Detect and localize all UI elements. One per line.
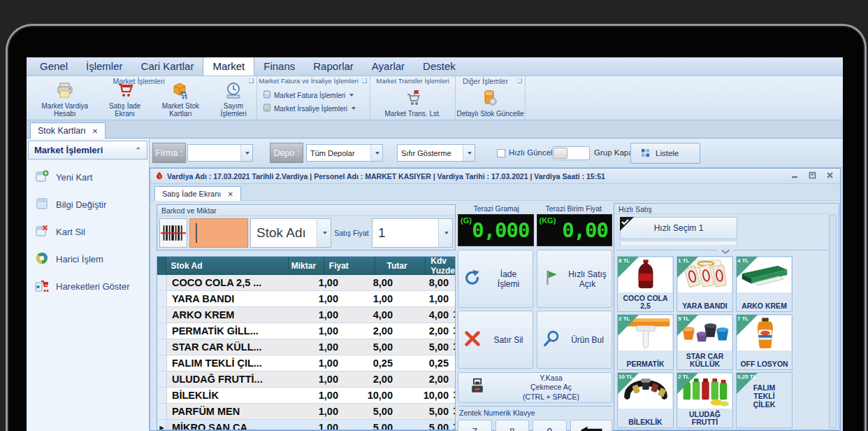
maximize-icon[interactable]: [808, 171, 817, 181]
minimize-icon[interactable]: [790, 171, 800, 181]
sidebar-item-kart-sil[interactable]: Kart Sil: [27, 218, 149, 246]
button-i-ade-i-lemi[interactable]: İade İşlemi: [458, 250, 533, 308]
ribbon-button-market-stok-kartlar[interactable]: Market Stok Kartları: [151, 81, 210, 118]
close-icon[interactable]: [825, 171, 834, 181]
hizli-guncelle-checkbox[interactable]: [497, 149, 505, 157]
tab-stok-kartlari[interactable]: Stok Kartları ✕: [30, 122, 106, 139]
numpad-key-9[interactable]: 9: [533, 420, 567, 431]
kasa-cekmece-button[interactable]: Y.Kasa Çekmece Aç (CTRL + SPACE): [458, 372, 612, 403]
price-label: 4 TL: [737, 257, 748, 264]
tab-satis-iade-ekrani[interactable]: Satış İade Ekranı ✕: [154, 186, 241, 201]
table-row[interactable]: PERMATİK GİLL...1,002,002,001: [157, 323, 455, 339]
hizli-secim-button[interactable]: Hızlı Seçim 1: [620, 217, 737, 239]
table-row[interactable]: COCO COLA 2,5 ...1,008,008,00: [157, 275, 455, 291]
sidebar-item-bilgi-de-i-tir[interactable]: Bilgi Değiştir: [27, 191, 149, 218]
sidebar-item-hareketleri-g-ster[interactable]: Hareketleri Göster: [27, 273, 149, 300]
firma-combo[interactable]: [187, 144, 253, 162]
dialog-launcher-icon[interactable]: [362, 78, 367, 83]
numpad-backspace-key[interactable]: [570, 420, 612, 431]
barcode-input[interactable]: [189, 218, 248, 248]
product-tile-bi-lekli-k[interactable]: 10 TLBİLEKLİK: [617, 372, 674, 428]
satis-fiyat-input[interactable]: 1: [372, 218, 453, 248]
column-header-stok-ad[interactable]: Stok Ad: [166, 257, 289, 275]
price-label: 2 TL: [619, 316, 630, 322]
row-selector[interactable]: [157, 307, 167, 323]
column-header-fiyat[interactable]: Fiyat: [324, 257, 375, 275]
menu-destek[interactable]: Destek: [414, 57, 465, 76]
grup-kapali-toggle[interactable]: [552, 146, 590, 160]
ribbon-group-caption: Diğer İşlemler: [456, 77, 515, 85]
table-row[interactable]: BİLEKLİK1,0010,0010,001: [157, 388, 455, 404]
cell-stok-ad: ULUDAĞ FRUTTİ...: [167, 374, 304, 385]
row-selector[interactable]: [157, 372, 167, 387]
button-sat-r-sil[interactable]: Satır Sil: [458, 311, 533, 369]
cell-fiyat: 2,00: [343, 325, 399, 337]
table-row[interactable]: FALIM TEKLİ ÇIL...1,000,250,25: [157, 355, 455, 372]
ribbon-button-detayl-stok-g-ncelle[interactable]: Detaylı Stok Güncelle: [456, 89, 523, 118]
chevron-down-icon: [463, 145, 475, 161]
button-r-n-bul[interactable]: Ürün Bul: [537, 311, 612, 369]
tab-close-icon[interactable]: ✕: [227, 190, 233, 198]
table-row[interactable]: ▶MİKRO SAN CA...1,005,005,001: [157, 420, 455, 430]
numpad-key-7[interactable]: 7: [458, 420, 492, 431]
row-selector[interactable]: [157, 291, 167, 306]
table-row[interactable]: ARKO KREM1,004,004,001: [157, 307, 455, 323]
row-selector[interactable]: [157, 388, 167, 403]
menu-genel[interactable]: Genel: [31, 57, 77, 76]
ribbon-menu-market-fatura-i-lemleri[interactable]: Market Fatura İşlemleri: [263, 90, 367, 100]
ribbon-button-say-m-i-lemleri[interactable]: Sayım İşlemleri: [210, 81, 256, 118]
product-tile-permati-k[interactable]: 2 TLPERMATİK: [617, 314, 674, 370]
ribbon-menu-market-i-rsaliye-i-lemleri[interactable]: Market İrsaliye İşlemleri: [263, 104, 367, 113]
product-tile-arko-krem[interactable]: 4 TLARKO KREM: [736, 256, 793, 312]
listele-button[interactable]: Listele: [630, 143, 700, 164]
chevron-down-icon[interactable]: [718, 245, 733, 253]
cell-tutar: 5,00: [399, 422, 455, 430]
row-selector[interactable]: [157, 404, 167, 419]
table-row[interactable]: PARFÜM MEN1,005,005,001: [157, 404, 455, 420]
product-tile-yara-bandi[interactable]: 1 TLYARA BANDI: [677, 256, 733, 312]
ribbon-button-market-trans-lst[interactable]: Market Trans. Lst.: [384, 89, 440, 118]
sifir-gosterme-combo[interactable]: Sıfır Gösterme: [397, 144, 475, 162]
table-row[interactable]: YARA BANDI1,001,001,00: [157, 291, 455, 307]
sidebar-header[interactable]: Market İşlemleri ⌃: [28, 141, 147, 160]
sidebar-header-label: Market İşlemleri: [34, 145, 103, 155]
product-tile-uluda-frutti[interactable]: 2 TLULUDAĞ FRUTTİ: [677, 372, 733, 428]
dialog-launcher-icon[interactable]: [517, 78, 522, 83]
price-badge: 5 TL: [677, 315, 698, 336]
numpad-key-8[interactable]: 8: [496, 420, 530, 431]
tab-close-icon[interactable]: ✕: [92, 127, 98, 135]
button-h-zl-sat-a-k[interactable]: Hızlı Satış Açık: [537, 250, 612, 308]
scale-and-actions-column: Terazi Gramaj Terazi Birim Fiyat (G) 0,0…: [458, 204, 612, 430]
row-selector[interactable]: [157, 355, 167, 371]
sidebar-item-harici-i-lem[interactable]: Harici İşlem: [27, 246, 149, 273]
chevron-up-icon[interactable]: ⌃: [136, 146, 141, 154]
menu-ayarlar[interactable]: Ayarlar: [363, 57, 414, 76]
menu-raporlar[interactable]: Raporlar: [304, 57, 363, 76]
sidebar-item-yeni-kart[interactable]: Yeni Kart: [27, 164, 149, 191]
stok-adi-combo[interactable]: Stok Adı: [250, 218, 331, 248]
scrollbar[interactable]: [829, 216, 837, 428]
product-tile-star-car-k-ll-k[interactable]: 5 TLSTAR CAR KÜLLÜK: [677, 314, 733, 370]
product-tile-off-losyon[interactable]: 7 TLOFF LOSYON: [736, 314, 793, 370]
ribbon-group-caption: Market Transfer İşlemleri: [370, 77, 455, 85]
menu-market[interactable]: Market: [203, 57, 254, 76]
ribbon-button-market-vardiya-hesab[interactable]: Market Vardiya Hesabı: [31, 81, 99, 118]
ribbon-button-sat-i-ade-ekran[interactable]: Satış İade Ekranı: [99, 81, 151, 118]
menu-i-lemler[interactable]: İşlemler: [77, 57, 132, 76]
cabinet-gear-icon: [481, 89, 499, 108]
table-row[interactable]: ULUDAĞ FRUTTİ...1,002,002,00: [157, 372, 455, 388]
column-header-kdv-yuzde[interactable]: Kdv Yuzde: [426, 257, 455, 275]
toggle-knob[interactable]: [554, 148, 567, 159]
table-row[interactable]: STAR CAR KÜLL...1,005,005,001: [157, 339, 455, 355]
row-selector[interactable]: ▶: [157, 420, 167, 430]
product-tile-coco-cola-2-5[interactable]: 8 TLCOCO COLA 2,5: [617, 256, 674, 312]
depo-combo[interactable]: Tüm Depolar: [306, 144, 383, 162]
row-selector[interactable]: [157, 323, 167, 339]
menu-finans[interactable]: Finans: [254, 57, 304, 76]
column-header-tutar[interactable]: Tutar: [375, 257, 426, 275]
row-selector[interactable]: [157, 275, 167, 290]
column-header-miktar[interactable]: Miktar: [289, 257, 324, 275]
product-tile-falim-tekli-i-lek[interactable]: 0,25 TLFALIM TEKLİ ÇİLEK: [736, 372, 793, 428]
menu-cari-kartlar[interactable]: Cari Kartlar: [132, 57, 203, 76]
row-selector[interactable]: [157, 339, 167, 355]
